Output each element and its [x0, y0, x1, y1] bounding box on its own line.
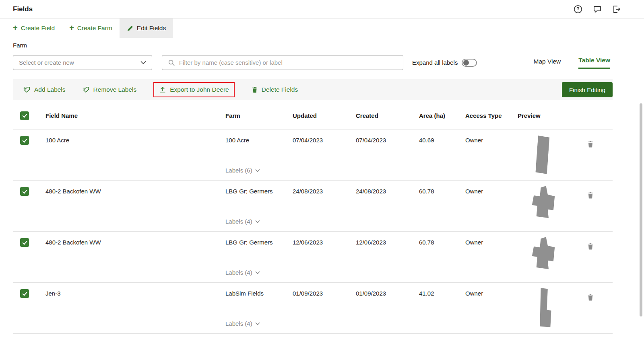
- field-shape-preview: [518, 181, 574, 231]
- bulk-actions-toolbar: Add Labels Remove Labels Export to John …: [13, 79, 613, 100]
- updated-date: 24/08/2023: [293, 188, 323, 195]
- filters-row: Select or create new Expand all labels M…: [0, 55, 644, 70]
- area-value: 41.02: [419, 290, 434, 297]
- page-title: Fields: [13, 5, 33, 13]
- plus-icon: +: [13, 24, 18, 32]
- col-access-type: Access Type: [465, 112, 518, 119]
- col-updated: Updated: [293, 112, 356, 119]
- farm-name: LBG Gr; Germers: [225, 239, 293, 246]
- table-row: Jen-3 LabSim Fields Labels (4) 01/09/202…: [13, 283, 613, 334]
- farm-name: LBG Gr; Germers: [225, 188, 293, 195]
- row-checkbox[interactable]: [20, 289, 29, 298]
- chevron-down-icon: [140, 61, 146, 64]
- farm-select-placeholder: Select or create new: [19, 59, 74, 66]
- table-row: 480-2 Backofen WW LBG Gr; Germers Labels…: [13, 232, 613, 283]
- search-input[interactable]: [179, 59, 397, 66]
- field-shape-preview: [518, 283, 574, 333]
- vertical-scrollbar[interactable]: [640, 103, 642, 316]
- search-icon: [168, 59, 175, 66]
- area-value: 60.78: [419, 239, 434, 246]
- remove-labels-button[interactable]: Remove Labels: [83, 86, 137, 93]
- sign-out-icon[interactable]: [612, 4, 621, 14]
- field-name: Jen-3: [45, 290, 61, 297]
- select-all-checkbox[interactable]: [20, 111, 29, 120]
- add-labels-label: Add Labels: [34, 86, 66, 93]
- top-bar: Fields: [0, 0, 644, 18]
- updated-date: 07/04/2023: [293, 137, 323, 144]
- create-farm-label: Create Farm: [77, 25, 112, 32]
- access-type: Owner: [465, 188, 483, 195]
- field-name: 100 Acre: [45, 137, 69, 144]
- farm-label: Farm: [13, 42, 644, 49]
- col-farm: Farm: [225, 112, 293, 119]
- field-name: 480-2 Backofen WW: [45, 188, 101, 195]
- farm-name: LabSim Fields: [225, 290, 293, 297]
- access-type: Owner: [465, 239, 483, 246]
- help-icon[interactable]: [573, 4, 583, 14]
- access-type: Owner: [465, 290, 483, 297]
- map-view-tab[interactable]: Map View: [534, 58, 561, 69]
- delete-row-icon[interactable]: [587, 293, 594, 302]
- access-type: Owner: [465, 137, 483, 144]
- col-area: Area (ha): [419, 112, 465, 119]
- labels-count: Labels (4): [225, 218, 252, 225]
- chat-icon[interactable]: [592, 4, 602, 14]
- labels-count: Labels (6): [225, 167, 252, 174]
- delete-fields-button[interactable]: Delete Fields: [252, 86, 298, 93]
- create-field-label: Create Field: [21, 25, 55, 32]
- export-john-deere-button[interactable]: Export to John Deere: [159, 86, 229, 93]
- edit-fields-label: Edit Fields: [137, 25, 166, 32]
- field-shape-preview: [518, 129, 574, 180]
- chevron-down-icon: [255, 169, 260, 172]
- chevron-down-icon: [255, 220, 260, 223]
- labels-expander[interactable]: Labels (6): [225, 167, 293, 174]
- farm-select[interactable]: Select or create new: [13, 55, 152, 70]
- table-header: Field Name Farm Updated Created Area (ha…: [13, 102, 613, 129]
- updated-date: 01/09/2023: [293, 290, 323, 297]
- annotation-highlight-box: Export to John Deere: [153, 82, 234, 97]
- fields-table: Field Name Farm Updated Created Area (ha…: [13, 102, 613, 334]
- tag-minus-icon: [83, 86, 90, 93]
- delete-row-icon[interactable]: [587, 242, 594, 251]
- trash-icon: [252, 86, 258, 93]
- remove-labels-label: Remove Labels: [93, 86, 137, 93]
- finish-editing-button[interactable]: Finish Editing: [562, 82, 613, 97]
- labels-count: Labels (4): [225, 269, 252, 276]
- tag-plus-icon: [23, 86, 31, 93]
- col-preview: Preview: [518, 112, 574, 119]
- delete-row-icon[interactable]: [587, 191, 594, 200]
- labels-count: Labels (4): [225, 320, 252, 327]
- delete-row-icon[interactable]: [587, 140, 594, 149]
- delete-fields-label: Delete Fields: [262, 86, 298, 93]
- table-row: 100 Acre 100 Acre Labels (6) 07/04/2023 …: [13, 129, 613, 181]
- create-farm-button[interactable]: + Create Farm: [62, 18, 120, 38]
- topbar-icons: [573, 4, 621, 14]
- col-created: Created: [356, 112, 419, 119]
- add-labels-button[interactable]: Add Labels: [23, 86, 66, 93]
- labels-expander[interactable]: Labels (4): [225, 320, 293, 327]
- area-value: 40.69: [419, 137, 434, 144]
- edit-fields-button[interactable]: Edit Fields: [120, 18, 173, 38]
- created-date: 07/04/2023: [356, 137, 386, 144]
- area-value: 60.78: [419, 188, 434, 195]
- pencil-icon: [127, 25, 134, 32]
- row-checkbox[interactable]: [20, 136, 29, 145]
- labels-expander[interactable]: Labels (4): [225, 269, 293, 276]
- expand-labels-toggle[interactable]: [462, 59, 477, 67]
- row-checkbox[interactable]: [20, 238, 29, 247]
- labels-expander[interactable]: Labels (4): [225, 218, 293, 225]
- create-field-button[interactable]: + Create Field: [13, 18, 62, 38]
- col-field-name: Field Name: [45, 112, 225, 119]
- row-checkbox[interactable]: [20, 187, 29, 196]
- created-date: 24/08/2023: [356, 188, 386, 195]
- export-john-deere-label: Export to John Deere: [170, 86, 229, 93]
- expand-labels-label: Expand all labels: [412, 59, 458, 66]
- toggle-knob: [463, 60, 469, 66]
- table-view-tab[interactable]: Table View: [578, 57, 610, 69]
- view-switch: Map View Table View: [534, 57, 610, 69]
- chevron-down-icon: [255, 271, 260, 274]
- plus-icon: +: [69, 24, 74, 32]
- action-tabs: + Create Field + Create Farm Edit Fields: [0, 18, 644, 38]
- updated-date: 12/06/2023: [293, 239, 323, 246]
- upload-icon: [159, 86, 166, 93]
